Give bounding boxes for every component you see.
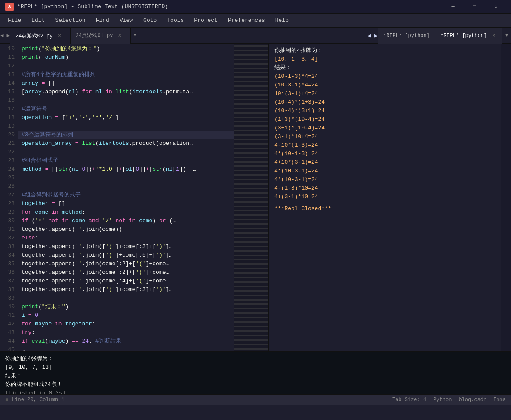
output-expr-15: 4+(3-1)*10=24 xyxy=(274,193,501,201)
minimize-button[interactable]: — xyxy=(443,0,463,14)
output-expr-1: (10-1-3)*4=24 xyxy=(274,72,501,81)
tab-file2-label: 24点游戏01.py xyxy=(76,32,113,39)
menu-help[interactable]: Help xyxy=(271,15,293,25)
output-expr-6: (1+3)*(10-4)=24 xyxy=(274,115,501,124)
output-expr-3: 10*(3-1)+4=24 xyxy=(274,89,501,98)
output-expr-5: (10-4)*(3+1)=24 xyxy=(274,107,501,115)
menu-tools[interactable]: Tools xyxy=(163,15,188,25)
close-button[interactable]: ✕ xyxy=(486,0,506,14)
tab-repl2-label: *REPL* [python] xyxy=(440,33,487,39)
repl-output: 你抽到的4张牌为： [10, 1, 3, 4] 结果： (10-1-3)*4=2… xyxy=(269,44,506,351)
tab-file1-close[interactable]: × xyxy=(56,33,63,40)
output-expr-2: (10-3-1)*4=24 xyxy=(274,81,501,89)
left-editor-pane: 1011121314 1516171819 2021222324 2526272… xyxy=(0,44,269,351)
tab-file2-close[interactable]: × xyxy=(116,32,123,39)
output-expr-13: 4*(10-3-1)=24 xyxy=(274,175,501,184)
output-result-label: 结果： xyxy=(274,64,501,72)
terminal-line4: 你的牌不能组成24点！ xyxy=(5,380,506,389)
status-bar: ■ Line 20, Column 1 Tab Size: 4 Python b… xyxy=(0,394,511,405)
menu-preferences[interactable]: Preferences xyxy=(224,15,269,25)
maximize-button[interactable]: □ xyxy=(465,0,484,14)
status-site: blog.csdn xyxy=(459,397,486,403)
tab-dropdown-icon[interactable]: ▼ xyxy=(131,28,139,44)
tab-dropdown-right-icon[interactable]: ▼ xyxy=(502,28,511,44)
status-tab-size[interactable]: Tab Size: 4 xyxy=(392,397,426,403)
output-expr-12: 4*(10-3-1)=24 xyxy=(274,167,501,175)
title-text: *REPL* [python] - Sublime Text (UNREGIST… xyxy=(17,3,168,10)
tab-bar-right: ◀ ▶ *REPL* [python] *REPL* [python] × ▼ xyxy=(367,28,511,44)
tab-bar: ◀ ▶ 24点游戏02.py × 24点游戏01.py × ▼ ◀ ▶ *REP… xyxy=(0,28,511,44)
menu-edit[interactable]: Edit xyxy=(27,15,49,25)
menu-view[interactable]: View xyxy=(115,15,137,25)
menu-goto[interactable]: Goto xyxy=(139,15,161,25)
output-expr-8: (3-1)*10+4=24 xyxy=(274,132,501,141)
status-left: ■ Line 20, Column 1 xyxy=(5,397,65,403)
tab-repl1[interactable]: *REPL* [python] xyxy=(378,28,435,44)
right-output-pane: 你抽到的4张牌为： [10, 1, 3, 4] 结果： (10-1-3)*4=2… xyxy=(269,44,506,351)
output-expr-4: (10-4)*(1+3)=24 xyxy=(274,98,501,107)
tab-scroll-left[interactable]: ◀ ▶ xyxy=(0,28,10,44)
output-expr-10: 4*(10-1-3)=24 xyxy=(274,150,501,158)
menu-bar: File Edit Selection Find View Goto Tools… xyxy=(0,14,511,28)
status-author: Emma xyxy=(493,397,506,403)
title-bar-left: S *REPL* [python] - Sublime Text (UNREGI… xyxy=(5,3,168,11)
status-position[interactable]: Line 20, Column 1 xyxy=(12,397,64,403)
menu-find[interactable]: Find xyxy=(92,15,114,25)
status-indicator: ■ xyxy=(5,397,8,403)
minimap xyxy=(234,44,268,351)
tab-file1[interactable]: 24点游戏02.py × xyxy=(10,28,71,44)
tab-right-scroll[interactable]: ◀ ▶ xyxy=(367,32,377,39)
terminal-line1: 你抽到的4张牌为： xyxy=(5,355,506,363)
main-content: 1011121314 1516171819 2021222324 2526272… xyxy=(0,44,511,351)
line-numbers: 1011121314 1516171819 2021222324 2526272… xyxy=(0,44,18,351)
window-controls: — □ ✕ xyxy=(443,0,506,14)
output-cards: [10, 1, 3, 4] xyxy=(274,55,501,64)
output-line-title: 你抽到的4张牌为： xyxy=(274,46,501,55)
output-expr-14: 4-(1-3)*10=24 xyxy=(274,184,501,193)
output-repl-closed: ***Repl Closed*** xyxy=(274,205,501,213)
menu-file[interactable]: File xyxy=(3,15,25,25)
tab-file2[interactable]: 24点游戏01.py × xyxy=(71,28,131,44)
terminal-panel: 你抽到的4张牌为： [9, 10, 7, 13] 结果： 你的牌不能组成24点！… xyxy=(0,351,511,394)
output-expr-7: (3+1)*(10-4)=24 xyxy=(274,124,501,132)
code-editor[interactable]: print("你抽到的4张牌为：") print(fourNum) #所有4个数… xyxy=(18,44,234,351)
status-right: Tab Size: 4 Python blog.csdn Emma xyxy=(392,397,506,403)
output-expr-11: 4+10*(3-1)=24 xyxy=(274,158,501,167)
tab-file1-label: 24点游戏02.py xyxy=(15,32,52,40)
terminal-line2: [9, 10, 7, 13] xyxy=(5,363,506,372)
menu-project[interactable]: Project xyxy=(190,15,222,25)
tab-repl2-close[interactable]: × xyxy=(490,32,497,39)
tab-repl1-label: *REPL* [python] xyxy=(383,33,430,39)
title-bar: S *REPL* [python] - Sublime Text (UNREGI… xyxy=(0,0,511,14)
terminal-line5: [Finished in 0.3s] xyxy=(5,389,506,394)
menu-selection[interactable]: Selection xyxy=(51,15,89,25)
app-icon: S xyxy=(5,3,14,11)
status-language[interactable]: Python xyxy=(433,397,452,403)
main-scrollbar[interactable] xyxy=(506,44,511,351)
terminal-line3: 结果： xyxy=(5,372,506,380)
right-scrollbar[interactable] xyxy=(501,44,506,351)
output-expr-9: 4-10*(1-3)=24 xyxy=(274,141,501,150)
tab-repl2[interactable]: *REPL* [python] × xyxy=(435,28,502,44)
